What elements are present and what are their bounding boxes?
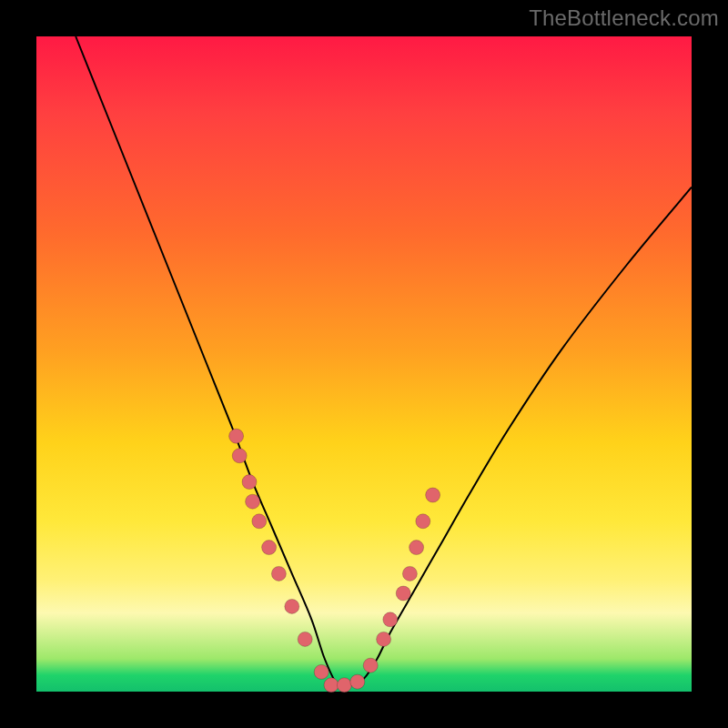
data-point-dot [242, 475, 257, 490]
watermark-text: TheBottleneck.com [529, 5, 719, 31]
data-point-dot [396, 586, 410, 601]
data-point-dot [377, 632, 391, 646]
data-point-dot [229, 429, 244, 443]
gradient-plot-area [36, 36, 692, 692]
chart-frame: TheBottleneck.com [0, 0, 728, 728]
bottleneck-curve [76, 36, 692, 687]
data-point-dot [262, 541, 277, 555]
curve-svg [36, 36, 692, 692]
data-point-dot [402, 566, 417, 581]
data-point-dot [383, 612, 398, 627]
data-point-dot [410, 541, 424, 555]
dot-group [229, 429, 440, 693]
data-point-dot [324, 678, 339, 693]
data-point-dot [416, 514, 430, 529]
data-point-dot [285, 599, 299, 613]
data-point-dot [426, 488, 440, 502]
data-point-dot [337, 678, 351, 693]
data-point-dot [271, 566, 286, 581]
data-point-dot [246, 494, 260, 509]
data-point-dot [363, 658, 378, 672]
data-point-dot [314, 664, 329, 679]
data-point-dot [350, 674, 365, 689]
data-point-dot [252, 514, 267, 529]
data-point-dot [298, 632, 312, 646]
data-point-dot [232, 449, 247, 463]
